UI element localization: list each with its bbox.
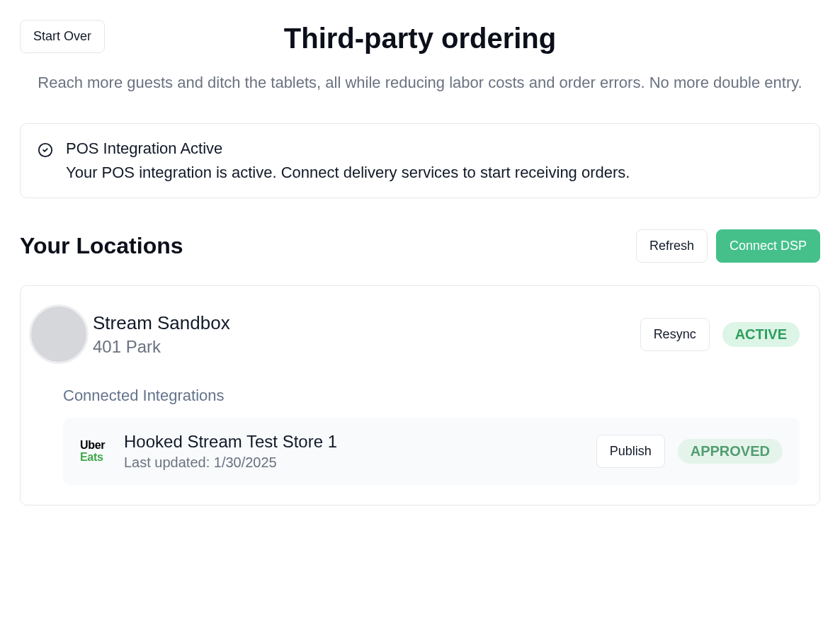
- page-title: Third-party ordering: [20, 20, 820, 55]
- provider-line1: Uber: [80, 440, 111, 452]
- page-subtitle: Reach more guests and ditch the tablets,…: [20, 70, 820, 95]
- integration-last-updated: Last updated: 1/30/2025: [124, 455, 584, 471]
- integration-row: Uber Eats Hooked Stream Test Store 1 Las…: [63, 418, 800, 485]
- start-over-button[interactable]: Start Over: [20, 20, 105, 53]
- location-avatar: [29, 304, 89, 364]
- location-status-badge: ACTIVE: [722, 322, 800, 347]
- location-name: Stream Sandbox: [93, 312, 636, 334]
- publish-button[interactable]: Publish: [596, 435, 665, 468]
- integration-store-name: Hooked Stream Test Store 1: [124, 432, 584, 452]
- location-address: 401 Park: [93, 337, 636, 357]
- pos-integration-alert: POS Integration Active Your POS integrat…: [20, 123, 820, 198]
- alert-title: POS Integration Active: [66, 139, 630, 158]
- alert-description: Your POS integration is active. Connect …: [66, 164, 630, 182]
- locations-heading: Your Locations: [20, 233, 183, 259]
- provider-line2: Eats: [80, 452, 111, 464]
- location-card: Stream Sandbox 401 Park Resync ACTIVE Co…: [20, 285, 820, 505]
- integration-status-badge: APPROVED: [678, 439, 783, 464]
- refresh-button[interactable]: Refresh: [636, 229, 708, 263]
- connect-dsp-button[interactable]: Connect DSP: [716, 229, 820, 263]
- resync-button[interactable]: Resync: [640, 318, 710, 351]
- check-circle-icon: [38, 142, 53, 158]
- uber-eats-logo: Uber Eats: [80, 440, 111, 464]
- integrations-heading: Connected Integrations: [63, 387, 800, 405]
